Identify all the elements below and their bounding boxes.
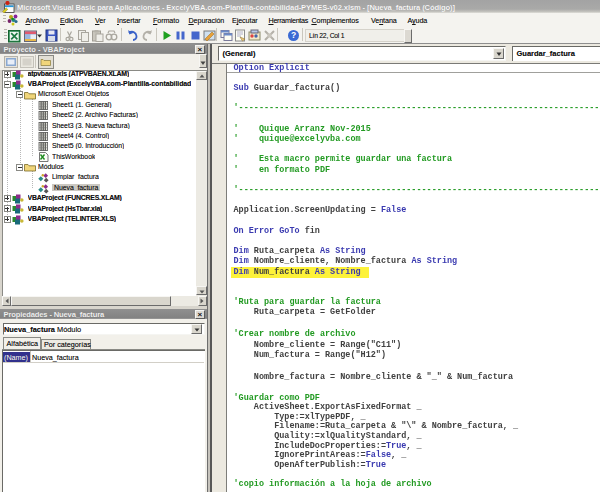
svg-text:?: ?	[290, 30, 295, 40]
